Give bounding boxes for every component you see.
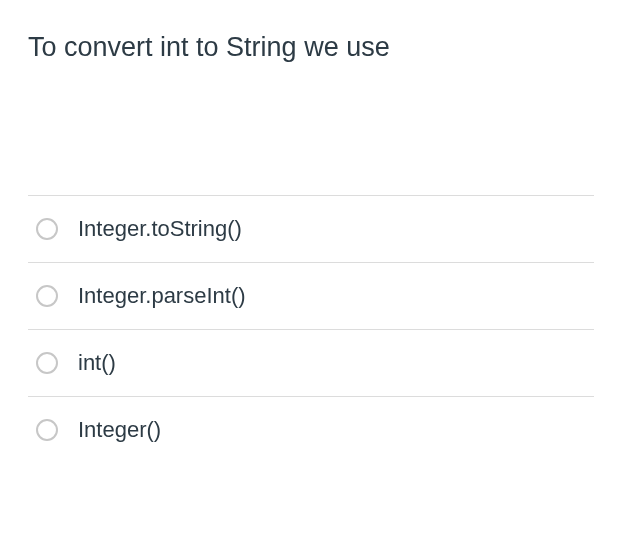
option-label: int() <box>78 350 116 376</box>
radio-icon[interactable] <box>36 352 58 374</box>
option-label: Integer() <box>78 417 161 443</box>
option-row[interactable]: Integer.parseInt() <box>28 262 594 329</box>
option-label: Integer.toString() <box>78 216 242 242</box>
question-text: To convert int to String we use <box>28 30 594 65</box>
option-row[interactable]: int() <box>28 329 594 396</box>
option-label: Integer.parseInt() <box>78 283 246 309</box>
radio-icon[interactable] <box>36 218 58 240</box>
option-row[interactable]: Integer.toString() <box>28 195 594 262</box>
radio-icon[interactable] <box>36 285 58 307</box>
options-list: Integer.toString() Integer.parseInt() in… <box>28 195 594 463</box>
option-row[interactable]: Integer() <box>28 396 594 463</box>
radio-icon[interactable] <box>36 419 58 441</box>
